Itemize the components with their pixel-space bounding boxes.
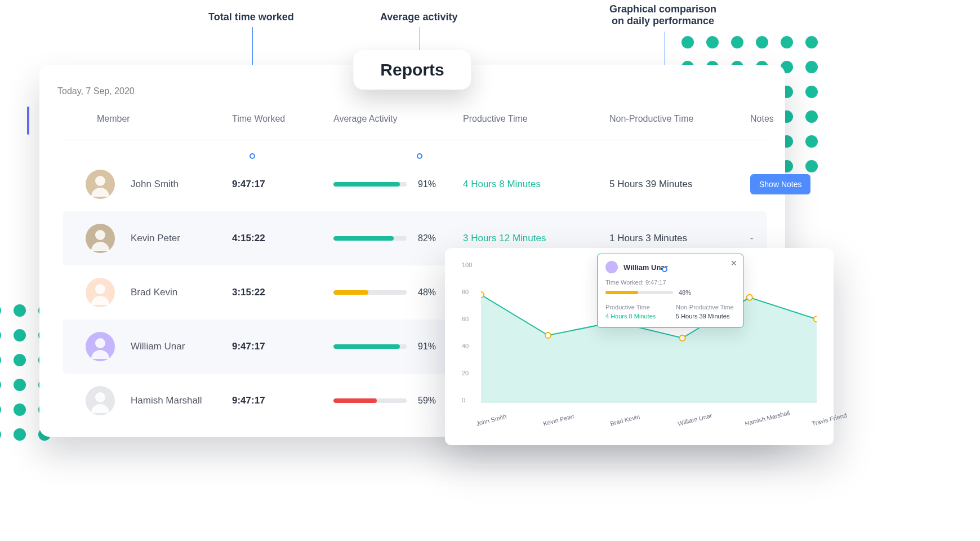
time-worked-value: 4:15:22 [232, 233, 333, 244]
annotation-dot-graph [662, 267, 667, 272]
activity-bar: 82% [333, 233, 463, 243]
activity-pct: 91% [418, 342, 436, 352]
y-tick: 60 [462, 316, 469, 322]
tooltip-pct: 48% [679, 289, 691, 296]
col-productive: Productive Time [463, 114, 609, 124]
x-tick: Brad Kevin [609, 413, 640, 427]
col-avg-activity: Average Activity [333, 114, 463, 124]
close-icon[interactable]: ✕ [730, 259, 737, 268]
activity-bar: 48% [333, 287, 463, 298]
tooltip-time-worked: Time Worked: 9:47:17 [605, 279, 735, 286]
svg-point-1 [95, 230, 105, 240]
activity-pct: 82% [418, 233, 436, 243]
avatar [605, 261, 618, 273]
tooltip-productive-value: 4 Hours 8 Minutes [605, 313, 665, 320]
member-name: Hamish Marshall [131, 395, 202, 406]
tooltip-name: William Unar [623, 263, 668, 272]
activity-pct: 59% [418, 396, 436, 406]
x-tick: John Smith [475, 413, 507, 427]
activity-pct: 91% [418, 179, 436, 189]
activity-bar: 91% [333, 342, 463, 352]
activity-pct: 48% [418, 287, 436, 298]
productive-time-value: 3 Hours 12 Minutes [463, 233, 609, 244]
y-tick: 80 [462, 289, 469, 295]
table-row[interactable]: John Smith9:47:1791%4 Hours 8 Minutes5 H… [63, 157, 767, 211]
page-title: Reports [353, 50, 471, 90]
chart-point[interactable] [814, 316, 817, 322]
annotation-dot-time [250, 153, 255, 159]
activity-bar: 59% [333, 396, 463, 406]
y-tick: 20 [462, 370, 469, 376]
activity-bar: 91% [333, 179, 463, 189]
avatar [86, 170, 115, 199]
svg-point-4 [95, 392, 105, 402]
time-worked-value: 3:15:22 [232, 287, 333, 298]
table-header: Member Time Worked Average Activity Prod… [63, 107, 767, 140]
col-member: Member [63, 114, 232, 124]
col-time-worked: Time Worked [232, 114, 333, 124]
date-label: Today, 7 Sep, 2020 [57, 86, 135, 96]
member-name: Kevin Peter [131, 233, 180, 244]
col-nonproductive: Non-Productive Time [609, 114, 750, 124]
annotation-time-worked: Total time worked [208, 11, 294, 23]
tooltip-nonproductive-label: Non-Productive Time [676, 304, 735, 311]
y-tick: 0 [462, 397, 465, 403]
time-worked-value: 9:47:17 [232, 341, 333, 352]
annotation-dot-activity [417, 153, 422, 159]
x-tick: Kevin Peter [542, 413, 575, 427]
accent-bar [27, 107, 29, 135]
show-notes-button[interactable]: Show Notes [750, 174, 810, 194]
avatar [86, 278, 115, 307]
member-name: John Smith [131, 179, 179, 190]
notes-cell: - [750, 233, 818, 243]
time-worked-value: 9:47:17 [232, 395, 333, 406]
chart-point[interactable] [545, 332, 551, 338]
col-notes: Notes [750, 114, 818, 124]
chart-point[interactable] [680, 335, 685, 341]
tooltip-nonproductive-value: 5.Hours 39 Minutes [676, 313, 735, 320]
y-tick: 40 [462, 343, 469, 349]
svg-point-3 [95, 338, 105, 348]
chart-point[interactable] [747, 295, 752, 300]
time-worked-value: 9:47:17 [232, 179, 333, 190]
tooltip-productive-label: Productive Time [605, 304, 665, 311]
svg-point-2 [95, 284, 105, 294]
member-name: William Unar [131, 341, 185, 352]
chart-point[interactable] [481, 292, 484, 298]
x-tick: Travis Friend [811, 412, 848, 427]
tooltip-activity-bar: 48% [605, 289, 735, 296]
non-productive-time-value: 1 Hours 3 Minutes [609, 233, 750, 244]
non-productive-time-value: 5 Hours 39 Minutes [609, 179, 750, 190]
chart-tooltip: ✕ William Unar Time Worked: 9:47:17 48% … [597, 254, 743, 328]
svg-point-0 [95, 176, 105, 186]
annotation-graph-compare: Graphical comparison on daily performanc… [609, 3, 716, 27]
productive-time-value: 4 Hours 8 Minutes [463, 179, 609, 190]
member-name: Brad Kevin [131, 287, 177, 298]
performance-chart-card: 020406080100 John SmithKevin PeterBrad K… [445, 248, 834, 445]
avatar [86, 224, 115, 253]
avatar [86, 386, 115, 415]
x-tick: Hamish Marshall [744, 409, 790, 427]
y-tick: 100 [462, 261, 472, 268]
x-tick: William Unar [677, 412, 712, 427]
annotation-avg-activity: Average activity [380, 11, 457, 23]
avatar [86, 332, 115, 361]
